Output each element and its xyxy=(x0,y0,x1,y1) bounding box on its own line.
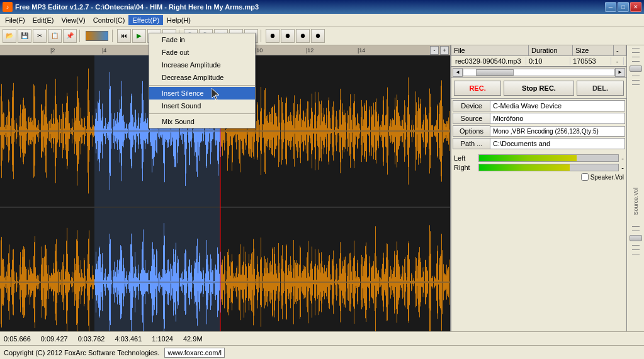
tb-copy[interactable]: 📋 xyxy=(48,29,62,43)
status-samples: 1:1024 xyxy=(152,335,173,343)
menu-sep1 xyxy=(149,85,255,86)
source-row: Source Micrófono xyxy=(453,113,625,124)
del-button[interactable]: DEL. xyxy=(577,81,624,96)
stop-rec-button[interactable]: Stop REC. xyxy=(504,81,574,96)
path-value: C:\Documents and xyxy=(490,138,625,149)
tb-paste[interactable]: 📌 xyxy=(63,29,77,43)
source-vol-ticks-top xyxy=(630,48,642,177)
tb-open[interactable]: 📂 xyxy=(3,29,16,43)
tick7 xyxy=(632,84,640,85)
tb-color-indicator xyxy=(86,31,108,41)
file-row[interactable]: rec0329-090540.mp3 0:10 170553 - xyxy=(451,56,626,66)
left-meter-label: Left xyxy=(454,154,476,162)
tb-play[interactable]: ▶ xyxy=(132,29,146,43)
tb-save[interactable]: 💾 xyxy=(18,29,31,43)
meters-area: Left - Right - Speaker.Vol xyxy=(451,152,626,182)
tick11 xyxy=(632,249,640,250)
scrollbar-track[interactable] xyxy=(463,69,615,76)
source-vol-knob[interactable] xyxy=(630,66,642,72)
toolbar-sep2 xyxy=(112,30,115,42)
menu-insert-sound[interactable]: Insert Sound xyxy=(149,100,255,112)
menu-file[interactable]: File(F) xyxy=(1,15,29,25)
vol-sliders-panel: Source.Vol xyxy=(626,45,644,358)
tb-rec-extra4[interactable]: ⏺ xyxy=(311,29,325,43)
toolbar-sep4 xyxy=(261,30,263,42)
ruler-mark-4: |4 xyxy=(102,47,106,54)
status-time1: 0:05.666 xyxy=(4,335,31,343)
menu-bar: File(F) Edit(E) View(V) Control(C) Effec… xyxy=(0,14,644,26)
minimize-button[interactable]: ─ xyxy=(605,2,616,12)
scroll-left-arrow[interactable]: ◄ xyxy=(453,68,463,77)
device-info: Device C-Media Wave Device Source Micróf… xyxy=(451,99,626,152)
menu-sep2 xyxy=(149,113,255,114)
tb-rec-extra2[interactable]: ⏺ xyxy=(281,29,295,43)
speaker-vol-knob[interactable] xyxy=(630,235,642,241)
col-header-file: File xyxy=(451,45,529,55)
device-value: C-Media Wave Device xyxy=(490,100,625,111)
rec-button[interactable]: REC. xyxy=(454,81,501,96)
file-list-header: File Duration Size - xyxy=(451,45,626,56)
file-list-scrollbar[interactable]: ◄ ► xyxy=(451,67,626,78)
left-meter-fill xyxy=(479,155,577,161)
menu-effect[interactable]: Effect(P) xyxy=(128,15,163,25)
col-header-size: Size xyxy=(573,45,614,55)
left-meter-bg xyxy=(478,154,619,162)
zoom-in-btn[interactable]: + xyxy=(440,46,449,55)
menu-help[interactable]: Help(H) xyxy=(163,15,195,25)
scrollbar-thumb[interactable] xyxy=(476,69,514,76)
right-panel: File Duration Size - rec0329-090540.mp3 … xyxy=(450,45,626,358)
restore-button[interactable]: □ xyxy=(618,2,629,12)
toolbar-sep1 xyxy=(79,30,82,42)
file-list-area: File Duration Size - rec0329-090540.mp3 … xyxy=(451,45,626,67)
menu-view[interactable]: View(V) xyxy=(57,15,89,25)
zoom-controls: - + xyxy=(430,46,449,55)
tb-cut[interactable]: ✂ xyxy=(33,29,47,43)
tick8 xyxy=(632,226,640,227)
zoom-out-btn[interactable]: - xyxy=(430,46,439,55)
tick1 xyxy=(632,48,640,48)
app-icon: ♪ xyxy=(3,2,13,12)
window-title: Free MP3 Editor v1.2.7 - C:\Ontecnia\04 … xyxy=(15,3,259,11)
col-header-extra: - xyxy=(614,45,626,55)
path-row: Path ... C:\Documents and xyxy=(453,138,625,149)
path-label: Path ... xyxy=(453,138,490,149)
tb-rec-extra3[interactable]: ⏺ xyxy=(296,29,310,43)
device-row: Device C-Media Wave Device xyxy=(453,100,625,111)
col-header-duration: Duration xyxy=(529,45,573,55)
ruler-mark-14: |14 xyxy=(358,47,365,54)
tick3 xyxy=(632,57,640,57)
tick5 xyxy=(632,76,640,76)
menu-mix-sound[interactable]: Mix Sound xyxy=(149,115,255,128)
file-size: 170553 xyxy=(570,57,611,65)
ruler-mark-10: |10 xyxy=(255,47,263,54)
scroll-right-arrow[interactable]: ► xyxy=(615,68,625,77)
speaker-vol-checkbox[interactable] xyxy=(581,173,589,181)
source-label: Source xyxy=(453,113,490,124)
menu-edit[interactable]: Edit(E) xyxy=(29,15,58,25)
tb-start[interactable]: ⏮ xyxy=(117,29,131,43)
right-meter-bg xyxy=(478,164,619,171)
file-dot: - xyxy=(611,57,624,65)
close-button[interactable]: ✕ xyxy=(630,2,641,12)
window-controls: ─ □ ✕ xyxy=(605,2,641,12)
effect-dropdown-menu: Fade in Fade out Increase Amplitude Decr… xyxy=(149,33,256,128)
website-link[interactable]: www.foxarc.com/l xyxy=(164,348,225,358)
status-size: 42.9M xyxy=(183,335,203,343)
left-meter-row: Left - xyxy=(454,154,624,162)
menu-increase-amplitude[interactable]: Increase Amplitude xyxy=(149,59,255,71)
device-label: Device xyxy=(453,100,490,111)
menu-insert-silence[interactable]: Insert Silence xyxy=(149,87,255,100)
menu-decrease-amplitude[interactable]: Decrease Amplitude xyxy=(149,71,255,84)
menu-fade-in[interactable]: Fade in xyxy=(149,33,255,46)
toolbar: 📂 💾 ✂ 📋 📌 ⏮ ▶ ⏸ ⏹ 🔍 🔍 📊 🎚 〰 ⏺ ⏺ ⏺ ⏺ xyxy=(0,26,644,45)
tb-rec-extra1[interactable]: ⏺ xyxy=(266,29,280,43)
status-time3: 0:03.762 xyxy=(78,335,105,343)
tick12 xyxy=(632,254,640,254)
menu-control[interactable]: Control(C) xyxy=(89,15,129,25)
right-meter-row: Right - xyxy=(454,164,624,171)
tick6 xyxy=(632,80,640,81)
menu-fade-out[interactable]: Fade out xyxy=(149,46,255,59)
source-value: Micrófono xyxy=(490,113,625,124)
title-bar: ♪ Free MP3 Editor v1.2.7 - C:\Ontecnia\0… xyxy=(0,0,644,14)
options-row: Options Mono ,VBR Encoding (256,128,Qty:… xyxy=(453,125,625,137)
